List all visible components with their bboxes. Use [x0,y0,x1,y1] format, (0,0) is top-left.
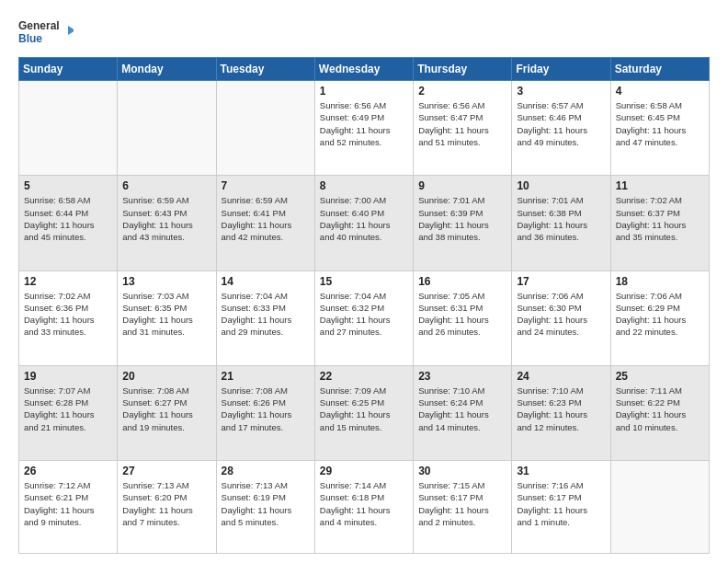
day-number: 18 [616,275,704,288]
svg-text:Blue: Blue [18,32,42,45]
day-number: 17 [517,275,605,288]
day-number: 12 [24,275,112,288]
calendar-day-header: Monday [118,58,216,81]
day-info: Sunrise: 7:00 AM Sunset: 6:40 PM Dayligh… [320,194,408,243]
day-info: Sunrise: 7:08 AM Sunset: 6:27 PM Dayligh… [122,385,210,433]
calendar-day-cell: 30Sunrise: 7:15 AM Sunset: 6:17 PM Dayli… [414,461,512,554]
calendar-week-row: 26Sunrise: 7:12 AM Sunset: 6:21 PM Dayli… [19,461,710,554]
day-number: 23 [418,370,506,383]
day-number: 4 [616,85,704,98]
day-info: Sunrise: 6:56 AM Sunset: 6:47 PM Dayligh… [418,99,506,148]
day-info: Sunrise: 7:16 AM Sunset: 6:17 PM Dayligh… [517,479,605,528]
calendar-day-cell: 3Sunrise: 6:57 AM Sunset: 6:46 PM Daylig… [512,81,610,176]
calendar-day-cell: 23Sunrise: 7:10 AM Sunset: 6:24 PM Dayli… [414,365,512,460]
day-number: 31 [517,465,605,477]
day-number: 10 [517,179,605,192]
day-info: Sunrise: 7:10 AM Sunset: 6:24 PM Dayligh… [418,385,506,433]
calendar-day-header: Wednesday [314,58,413,81]
calendar-day-cell: 14Sunrise: 7:04 AM Sunset: 6:33 PM Dayli… [216,270,314,365]
calendar-day-cell: 26Sunrise: 7:12 AM Sunset: 6:21 PM Dayli… [19,461,118,554]
day-info: Sunrise: 7:11 AM Sunset: 6:22 PM Dayligh… [616,385,704,433]
calendar-day-header: Thursday [414,58,512,81]
calendar-day-cell: 18Sunrise: 7:06 AM Sunset: 6:29 PM Dayli… [610,270,709,365]
day-number: 14 [222,275,310,288]
day-number: 22 [320,370,408,383]
calendar-day-cell: 6Sunrise: 6:59 AM Sunset: 6:43 PM Daylig… [118,176,216,270]
day-number: 2 [418,85,506,98]
calendar-day-cell [118,81,216,176]
day-number: 3 [517,85,605,98]
calendar-day-cell: 20Sunrise: 7:08 AM Sunset: 6:27 PM Dayli… [118,365,216,460]
calendar-day-cell: 19Sunrise: 7:07 AM Sunset: 6:28 PM Dayli… [19,365,118,460]
day-number: 29 [320,465,408,477]
day-info: Sunrise: 7:10 AM Sunset: 6:23 PM Dayligh… [517,385,605,433]
calendar-day-cell: 12Sunrise: 7:02 AM Sunset: 6:36 PM Dayli… [19,270,118,365]
calendar-day-cell: 2Sunrise: 6:56 AM Sunset: 6:47 PM Daylig… [414,81,512,176]
calendar-day-header: Saturday [610,58,709,81]
day-info: Sunrise: 7:09 AM Sunset: 6:25 PM Dayligh… [320,385,408,433]
calendar-day-cell: 31Sunrise: 7:16 AM Sunset: 6:17 PM Dayli… [512,461,610,554]
calendar-day-cell: 21Sunrise: 7:08 AM Sunset: 6:26 PM Dayli… [216,365,314,460]
day-info: Sunrise: 7:14 AM Sunset: 6:18 PM Dayligh… [320,479,408,528]
day-number: 7 [222,179,310,192]
calendar-table: SundayMondayTuesdayWednesdayThursdayFrid… [18,57,710,554]
calendar-day-cell: 25Sunrise: 7:11 AM Sunset: 6:22 PM Dayli… [610,365,709,460]
calendar-day-cell: 11Sunrise: 7:02 AM Sunset: 6:37 PM Dayli… [610,176,709,270]
logo: General Blue [18,17,74,50]
day-info: Sunrise: 7:04 AM Sunset: 6:32 PM Dayligh… [320,290,408,339]
day-info: Sunrise: 7:02 AM Sunset: 6:37 PM Dayligh… [616,194,704,243]
day-info: Sunrise: 6:58 AM Sunset: 6:44 PM Dayligh… [24,194,112,243]
day-info: Sunrise: 6:59 AM Sunset: 6:43 PM Dayligh… [122,194,210,243]
day-info: Sunrise: 7:01 AM Sunset: 6:38 PM Dayligh… [517,194,605,243]
day-info: Sunrise: 7:07 AM Sunset: 6:28 PM Dayligh… [24,385,112,433]
day-number: 28 [222,465,310,477]
day-info: Sunrise: 7:06 AM Sunset: 6:29 PM Dayligh… [616,290,704,339]
calendar-day-cell: 15Sunrise: 7:04 AM Sunset: 6:32 PM Dayli… [314,270,413,365]
calendar-day-header: Friday [512,58,610,81]
day-info: Sunrise: 6:57 AM Sunset: 6:46 PM Dayligh… [517,99,605,148]
calendar-day-cell: 4Sunrise: 6:58 AM Sunset: 6:45 PM Daylig… [610,81,709,176]
day-info: Sunrise: 6:59 AM Sunset: 6:41 PM Dayligh… [222,194,310,243]
day-number: 6 [122,179,210,192]
calendar-day-cell: 29Sunrise: 7:14 AM Sunset: 6:18 PM Dayli… [314,461,413,554]
day-number: 24 [517,370,605,383]
calendar-week-row: 5Sunrise: 6:58 AM Sunset: 6:44 PM Daylig… [19,176,710,270]
calendar-day-cell: 28Sunrise: 7:13 AM Sunset: 6:19 PM Dayli… [216,461,314,554]
day-number: 9 [418,179,506,192]
calendar-day-cell: 24Sunrise: 7:10 AM Sunset: 6:23 PM Dayli… [512,365,610,460]
calendar-day-header: Tuesday [216,58,314,81]
day-info: Sunrise: 6:58 AM Sunset: 6:45 PM Dayligh… [616,99,704,148]
calendar-day-cell: 13Sunrise: 7:03 AM Sunset: 6:35 PM Dayli… [118,270,216,365]
calendar-day-cell: 17Sunrise: 7:06 AM Sunset: 6:30 PM Dayli… [512,270,610,365]
day-info: Sunrise: 7:04 AM Sunset: 6:33 PM Dayligh… [222,290,310,339]
calendar-day-cell: 10Sunrise: 7:01 AM Sunset: 6:38 PM Dayli… [512,176,610,270]
calendar-day-cell: 16Sunrise: 7:05 AM Sunset: 6:31 PM Dayli… [414,270,512,365]
day-number: 15 [320,275,408,288]
day-info: Sunrise: 7:01 AM Sunset: 6:39 PM Dayligh… [418,194,506,243]
calendar-week-row: 12Sunrise: 7:02 AM Sunset: 6:36 PM Dayli… [19,270,710,365]
svg-text:General: General [18,19,60,32]
day-number: 30 [418,465,506,477]
generalblue-logo: General Blue [18,17,74,50]
day-number: 1 [320,85,408,98]
day-number: 13 [122,275,210,288]
calendar-day-cell [19,81,118,176]
header: General Blue [18,17,710,50]
day-number: 16 [418,275,506,288]
day-info: Sunrise: 7:02 AM Sunset: 6:36 PM Dayligh… [24,290,112,339]
day-info: Sunrise: 7:06 AM Sunset: 6:30 PM Dayligh… [517,290,605,339]
day-number: 5 [24,179,112,192]
calendar-day-cell: 5Sunrise: 6:58 AM Sunset: 6:44 PM Daylig… [19,176,118,270]
day-number: 25 [616,370,704,383]
calendar-day-cell [610,461,709,554]
day-info: Sunrise: 7:05 AM Sunset: 6:31 PM Dayligh… [418,290,506,339]
day-number: 8 [320,179,408,192]
day-info: Sunrise: 7:12 AM Sunset: 6:21 PM Dayligh… [24,479,112,528]
calendar-week-row: 1Sunrise: 6:56 AM Sunset: 6:49 PM Daylig… [19,81,710,176]
day-info: Sunrise: 7:13 AM Sunset: 6:20 PM Dayligh… [122,479,210,528]
svg-marker-2 [68,26,74,35]
day-number: 20 [122,370,210,383]
day-info: Sunrise: 7:03 AM Sunset: 6:35 PM Dayligh… [122,290,210,339]
calendar-day-cell: 7Sunrise: 6:59 AM Sunset: 6:41 PM Daylig… [216,176,314,270]
calendar-week-row: 19Sunrise: 7:07 AM Sunset: 6:28 PM Dayli… [19,365,710,460]
